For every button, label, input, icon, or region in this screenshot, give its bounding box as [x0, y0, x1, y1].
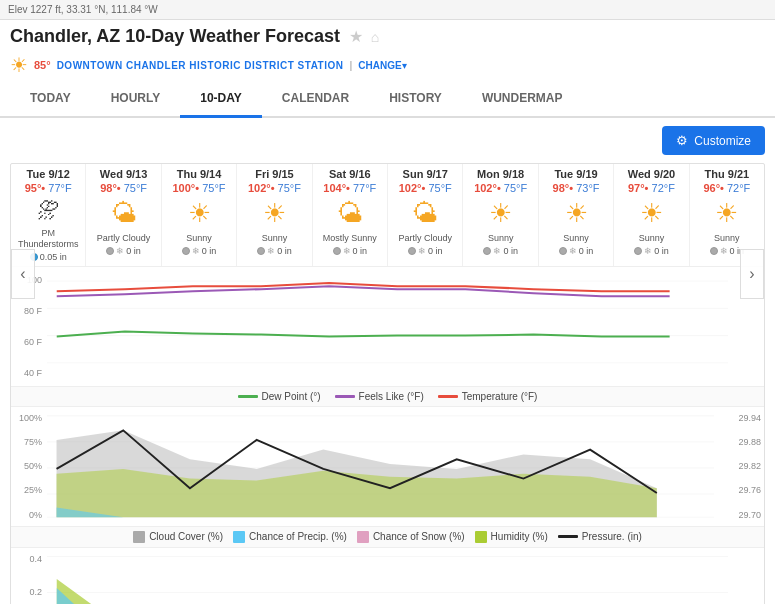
snow-icon: ❄ — [267, 246, 275, 256]
day-temps: 102°• 75°F — [390, 182, 460, 194]
precip-dot-gray — [333, 247, 341, 255]
snow-icon: ❄ — [116, 246, 124, 256]
day-description: Partly Cloudy — [390, 233, 460, 244]
hi-temp: 98°• — [553, 182, 574, 194]
forecast-day-2[interactable]: Thu 9/14 100°• 75°F ☀ Sunny ❄ 0 in — [162, 164, 237, 266]
snow-icon: ❄ — [192, 246, 200, 256]
forecast-day-3[interactable]: Fri 9/15 102°• 75°F ☀ Sunny ❄ 0 in — [237, 164, 312, 266]
tab-hourly[interactable]: HOURLY — [91, 81, 181, 118]
snow-icon: ❄ — [343, 246, 351, 256]
nav-tabs: TODAY HOURLY 10-DAY CALENDAR HISTORY WUN… — [0, 81, 775, 118]
day-description: Sunny — [541, 233, 611, 244]
star-icon[interactable]: ★ — [349, 28, 363, 45]
precip-row: ❄ 0 in — [390, 246, 460, 256]
precip-amount: 0.05 in — [40, 252, 67, 262]
legend-temperature: Temperature (°F) — [438, 391, 538, 402]
precip-chart-svg — [47, 552, 728, 604]
weather-icon: ☀ — [692, 198, 762, 229]
pct-y-75: 75% — [14, 437, 42, 447]
day-description: Sunny — [692, 233, 762, 244]
elevation-bar: Elev 1227 ft, 33.31 °N, 111.84 °W — [0, 0, 775, 20]
legend-temperature-color — [438, 395, 458, 398]
pct-chart-svg — [47, 411, 714, 522]
day-description: Sunny — [465, 233, 535, 244]
day-name: Wed 9/13 — [88, 168, 158, 180]
day-name: Mon 9/18 — [465, 168, 535, 180]
legend-snow-chance-color — [357, 531, 369, 543]
temperature-chart-section: 100 80 F 60 F 40 F — [11, 266, 764, 386]
day-temps: 102°• 75°F — [465, 182, 535, 194]
hi-temp: 100°• — [173, 182, 200, 194]
legend-temperature-label: Temperature (°F) — [462, 391, 538, 402]
precip-amount: 0 in — [654, 246, 669, 256]
pressure-y-2: 29.88 — [719, 437, 761, 447]
tab-history[interactable]: HISTORY — [369, 81, 462, 118]
hi-temp: 102°• — [399, 182, 426, 194]
prev-arrow[interactable]: ‹ — [11, 249, 35, 299]
precip-row: ❄ 0 in — [315, 246, 385, 256]
station-bar: ☀ 85° DOWNTOWN CHANDLER HISTORIC DISTRIC… — [0, 51, 775, 81]
precip-row: ❄ 0 in — [239, 246, 309, 256]
pct-y-100: 100% — [14, 413, 42, 423]
hi-temp: 96°• — [703, 182, 724, 194]
day-name: Fri 9/15 — [239, 168, 309, 180]
forecast-day-1[interactable]: Wed 9/13 98°• 75°F 🌤 Partly Cloudy ❄ 0 i… — [86, 164, 161, 266]
legend-pressure-color — [558, 535, 578, 538]
day-description: PM Thunderstorms — [13, 228, 83, 250]
percent-chart-section: 100% 75% 50% 25% 0% 29.94 29.88 29.82 29… — [11, 406, 764, 526]
pct-y-25: 25% — [14, 485, 42, 495]
precip-dot-gray — [182, 247, 190, 255]
customize-button[interactable]: ⚙ Customize — [662, 126, 765, 155]
legend-humidity-label: Humidity (%) — [491, 531, 548, 542]
lo-temp: 72°F — [652, 182, 675, 194]
legend-dewpoint: Dew Point (°) — [238, 391, 321, 402]
tab-today[interactable]: TODAY — [10, 81, 91, 118]
tab-calendar[interactable]: CALENDAR — [262, 81, 369, 118]
forecast-day-7[interactable]: Tue 9/19 98°• 73°F ☀ Sunny ❄ 0 in — [539, 164, 614, 266]
forecast-day-5[interactable]: Sun 9/17 102°• 75°F 🌤 Partly Cloudy ❄ 0 … — [388, 164, 463, 266]
day-name: Tue 9/12 — [13, 168, 83, 180]
forecast-day-8[interactable]: Wed 9/20 97°• 72°F ☀ Sunny ❄ 0 in — [614, 164, 689, 266]
pressure-y-5: 29.70 — [719, 510, 761, 520]
tab-10-day[interactable]: 10-DAY — [180, 81, 262, 118]
weather-icon: ⛈ — [13, 198, 83, 224]
day-temps: 98°• 75°F — [88, 182, 158, 194]
tab-wundermap[interactable]: WUNDERMAP — [462, 81, 583, 118]
hi-temp: 102°• — [474, 182, 501, 194]
forecast-day-4[interactable]: Sat 9/16 104°• 77°F 🌤 Mostly Sunny ❄ 0 i… — [313, 164, 388, 266]
day-temps: 96°• 72°F — [692, 182, 762, 194]
forecast-days: Tue 9/12 95°• 77°F ⛈ PM Thunderstorms 0.… — [11, 164, 764, 266]
precip-row: ❄ 0 in — [88, 246, 158, 256]
legend-humidity: Humidity (%) — [475, 531, 548, 543]
weather-icon: ☀ — [616, 198, 686, 229]
temp-chart-svg — [47, 271, 728, 382]
hi-temp: 104°• — [323, 182, 350, 194]
day-temps: 98°• 73°F — [541, 182, 611, 194]
forecast-day-6[interactable]: Mon 9/18 102°• 75°F ☀ Sunny ❄ 0 in — [463, 164, 538, 266]
lo-temp: 77°F — [48, 182, 71, 194]
precip-dot-gray — [257, 247, 265, 255]
legend-precip-chance: Chance of Precip. (%) — [233, 531, 347, 543]
day-name: Tue 9/19 — [541, 168, 611, 180]
legend-feelslike-label: Feels Like (°F) — [359, 391, 424, 402]
temp-y-80: 80 F — [14, 306, 42, 316]
lo-temp: 75°F — [278, 182, 301, 194]
legend-dewpoint-label: Dew Point (°) — [262, 391, 321, 402]
precip-amount: 0 in — [428, 246, 443, 256]
lo-temp: 75°F — [124, 182, 147, 194]
precip-amount: 0 in — [579, 246, 594, 256]
precip-dot-gray — [559, 247, 567, 255]
legend-cloud-label: Cloud Cover (%) — [149, 531, 223, 542]
snow-icon: ❄ — [720, 246, 728, 256]
precip-amount: 0 in — [126, 246, 141, 256]
home-icon[interactable]: ⌂ — [371, 29, 379, 45]
gear-icon: ⚙ — [676, 133, 688, 148]
weather-icon: 🌤 — [315, 198, 385, 229]
lo-temp: 72°F — [727, 182, 750, 194]
weather-icon: 🌤 — [88, 198, 158, 229]
change-station-link[interactable]: CHANGE — [358, 60, 401, 71]
weather-icon: ☀ — [541, 198, 611, 229]
precip-row: ❄ 0 in — [164, 246, 234, 256]
precip-dot-gray — [106, 247, 114, 255]
next-arrow[interactable]: › — [740, 249, 764, 299]
